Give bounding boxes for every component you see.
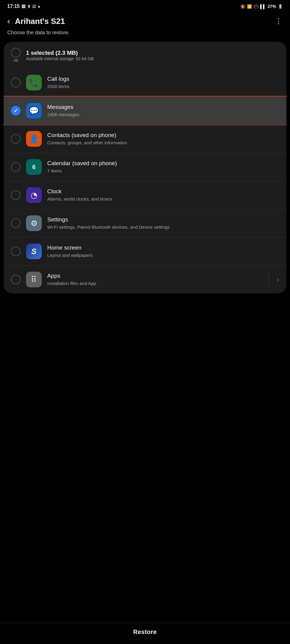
list-item-calendar[interactable]: 6Calendar (saved on phone)7 items (4, 153, 286, 181)
item-subtitle-messages: 2406 messages (47, 111, 279, 118)
item-text-messages: Messages2406 messages (47, 104, 279, 118)
item-subtitle-apps: Installation files and App (47, 280, 262, 286)
status-left: 17:15 🖼 ⬆ ☑ ● (7, 4, 40, 9)
checkbox-icon: ☑ (32, 4, 36, 9)
dot-icon: ● (38, 4, 40, 9)
all-label-wrap: All (11, 48, 21, 63)
battery-percent: 27% (268, 4, 276, 9)
radio-apps[interactable] (11, 275, 21, 284)
list-item-call-logs[interactable]: 📞Call logs2000 items (4, 69, 286, 96)
back-button[interactable]: ‹ (7, 16, 10, 26)
item-title-clock: Clock (47, 188, 279, 195)
item-text-apps: AppsInstallation files and App (47, 273, 262, 286)
radio-settings[interactable] (11, 218, 21, 228)
apps-chevron-icon[interactable]: › (275, 276, 279, 283)
list-item-messages[interactable]: 💬Messages2406 messages (4, 96, 286, 125)
item-title-home-screen: Home screen (47, 244, 279, 251)
item-title-call-logs: Call logs (47, 76, 279, 82)
item-text-contacts: Contacts (saved on phone)Contacts, group… (47, 132, 279, 146)
icon-settings: ⚙ (26, 215, 42, 231)
all-info: 1 selected (2.3 MB) Available internal s… (26, 50, 279, 61)
radio-calendar[interactable] (11, 162, 21, 172)
status-right: 🔇 📶 📳 ▌▌ 27% 🔋 (240, 4, 283, 9)
item-text-calendar: Calendar (saved on phone)7 items (47, 160, 279, 174)
all-row[interactable]: All 1 selected (2.3 MB) Available intern… (4, 42, 286, 69)
item-text-home-screen: Home screenLayout and wallpapers (47, 244, 279, 258)
autoupdate-icon: ⬆ (27, 4, 31, 9)
header-left: ‹ Arihant's S21 (7, 16, 65, 26)
all-radio[interactable] (11, 48, 21, 57)
main-card: All 1 selected (2.3 MB) Available intern… (4, 42, 286, 293)
item-title-contacts: Contacts (saved on phone) (47, 132, 279, 139)
wifi-icon: 📶 (247, 4, 252, 9)
radio-call-logs[interactable] (11, 78, 21, 87)
icon-apps: ⠿ (26, 272, 42, 287)
item-title-calendar: Calendar (saved on phone) (47, 160, 279, 167)
list-item-contacts[interactable]: 👤Contacts (saved on phone)Contacts, grou… (4, 125, 286, 153)
radio-home-screen[interactable] (11, 247, 21, 256)
item-text-call-logs: Call logs2000 items (47, 76, 279, 90)
item-subtitle-clock: Alarms, world clocks, and timers (47, 196, 279, 202)
list-item-home-screen[interactable]: SHome screenLayout and wallpapers (4, 237, 286, 265)
status-bar: 17:15 🖼 ⬆ ☑ ● 🔇 📶 📳 ▌▌ 27% 🔋 (0, 0, 290, 11)
item-subtitle-home-screen: Layout and wallpapers (47, 252, 279, 258)
icon-call-logs: 📞 (26, 75, 42, 90)
more-options-button[interactable]: ⋮ (275, 17, 283, 25)
page-subtitle: Choose the data to restore. (0, 28, 290, 42)
all-subtitle: Available internal storage: 62.64 GB (26, 56, 279, 61)
item-subtitle-settings: Wi-Fi settings, Paired Bluetooth devices… (47, 224, 279, 230)
restore-button[interactable]: Restore (133, 629, 157, 636)
list-item-settings[interactable]: ⚙SettingsWi-Fi settings, Paired Bluetoot… (4, 209, 286, 237)
item-subtitle-contacts: Contacts, groups, and other information (47, 139, 279, 146)
icon-messages: 💬 (26, 103, 42, 119)
radio-clock[interactable] (11, 190, 21, 200)
call-icon: 📳 (254, 4, 259, 9)
all-label: All (14, 58, 18, 63)
icon-contacts: 👤 (26, 131, 42, 147)
restore-bar: Restore (0, 623, 290, 644)
item-subtitle-call-logs: 2000 items (47, 83, 279, 90)
item-title-apps: Apps (47, 273, 262, 279)
page-title: Arihant's S21 (15, 17, 65, 26)
signal-icon: ▌▌ (260, 4, 266, 9)
all-title: 1 selected (2.3 MB) (26, 50, 279, 56)
radio-messages[interactable] (11, 106, 21, 116)
apps-divider (269, 273, 269, 286)
header: ‹ Arihant's S21 ⋮ (0, 11, 290, 28)
list-item-clock[interactable]: ◔ClockAlarms, world clocks, and timers (4, 181, 286, 209)
item-subtitle-calendar: 7 items (47, 168, 279, 174)
mute-icon: 🔇 (240, 4, 245, 9)
icon-clock: ◔ (26, 187, 42, 203)
icon-home-screen: S (26, 244, 42, 259)
list-item-apps[interactable]: ⠿AppsInstallation files and App› (4, 265, 286, 293)
item-title-settings: Settings (47, 216, 279, 223)
item-text-settings: SettingsWi-Fi settings, Paired Bluetooth… (47, 216, 279, 230)
list-container: 📞Call logs2000 items💬Messages2406 messag… (4, 69, 286, 293)
radio-contacts[interactable] (11, 134, 21, 144)
icon-calendar: 6 (26, 159, 42, 175)
battery-icon: 🔋 (278, 4, 283, 9)
status-time: 17:15 (7, 4, 20, 9)
photo-icon: 🖼 (21, 4, 25, 9)
item-text-clock: ClockAlarms, world clocks, and timers (47, 188, 279, 202)
item-title-messages: Messages (47, 104, 279, 110)
